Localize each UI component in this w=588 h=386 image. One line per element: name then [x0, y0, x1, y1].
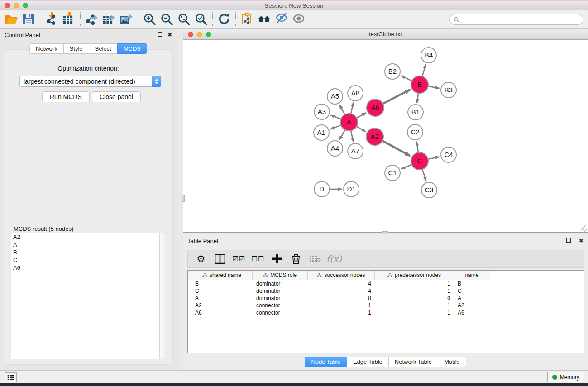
show-details-button[interactable] — [290, 11, 307, 27]
cell-successor-nodes[interactable]: 4 — [308, 288, 375, 294]
memory-button[interactable]: Memory — [547, 372, 584, 382]
network-window-titlebar[interactable]: testGlobe.txt — [183, 29, 588, 40]
function-builder-button[interactable]: f(x) — [326, 252, 342, 266]
graph-node-D1[interactable]: D1 — [344, 181, 359, 197]
tab-edge-table[interactable]: Edge Table — [347, 357, 389, 367]
graph-edge-A-A7[interactable] — [351, 131, 353, 142]
delete-column-button[interactable] — [288, 252, 304, 266]
graph-node-B2[interactable]: B2 — [385, 64, 400, 79]
table-row-A2[interactable]: A2connector11A2 — [188, 302, 584, 309]
unchecked-boxes-button[interactable]: ☐☐ — [250, 252, 266, 266]
graph-edge-B-B3[interactable] — [429, 86, 440, 88]
cell-MCDS-role[interactable]: dominator — [253, 288, 308, 294]
graph-node-D[interactable]: D — [314, 181, 330, 197]
cell-predecessor-nodes[interactable]: 1 — [375, 288, 454, 294]
graph-edge-B-B2[interactable] — [401, 76, 411, 81]
graph-node-A1[interactable]: A1 — [314, 125, 329, 140]
app-titlebar[interactable]: Session: New Session — [0, 1, 588, 10]
close-panel-button[interactable]: Close panel — [92, 91, 141, 102]
cell-name[interactable]: C — [454, 288, 490, 294]
graph-node-A5[interactable]: A5 — [327, 89, 343, 104]
cell-MCDS-role[interactable]: dominator — [253, 281, 308, 287]
close-panel-icon[interactable]: ✖ — [167, 32, 172, 38]
tab-motifs[interactable]: Motifs — [438, 357, 466, 367]
cell-shared-name[interactable]: A6 — [191, 310, 253, 316]
graph-edge-A2-C[interactable] — [383, 141, 410, 156]
import-table-button[interactable] — [60, 11, 77, 27]
cell-name[interactable]: A6 — [454, 310, 490, 316]
graph-edge-C-C2[interactable] — [416, 142, 418, 152]
cell-name[interactable]: A2 — [454, 302, 490, 309]
save-session-button[interactable] — [20, 11, 37, 27]
table-row-B[interactable]: Bdominator41B — [188, 280, 584, 287]
graph-edge-B-B4[interactable] — [422, 64, 426, 76]
column-header-MCDS-role[interactable]: MCDS role — [253, 271, 308, 280]
tab-network-table[interactable]: Network Table — [388, 357, 438, 367]
result-item-A2[interactable]: A2 — [11, 233, 166, 241]
float-panel-icon[interactable] — [158, 32, 162, 38]
graph-edge-A-A6[interactable] — [357, 113, 366, 118]
column-header-predecessor-nodes[interactable]: predecessor nodes — [375, 271, 454, 280]
graph-edge-A6-B[interactable] — [383, 90, 410, 104]
column-header-successor-nodes[interactable]: successor nodes — [308, 271, 375, 280]
result-list-scrollbar[interactable] — [159, 233, 166, 359]
first-neighbors-button[interactable] — [256, 11, 273, 27]
graph-node-C3[interactable]: C3 — [421, 182, 437, 198]
table-row-C[interactable]: Cdominator41C — [188, 287, 584, 295]
graph-node-A8[interactable]: A8 — [348, 86, 363, 101]
cell-MCDS-role[interactable]: connector — [253, 302, 308, 309]
tab-style[interactable]: Style — [63, 43, 89, 54]
tab-mcds[interactable]: MCDS — [117, 43, 147, 54]
graph-edge-A-A5[interactable] — [339, 105, 344, 114]
horizontal-splitter-handle[interactable] — [382, 231, 388, 234]
open-file-button[interactable] — [3, 11, 20, 27]
cell-successor-nodes[interactable]: 8 — [308, 295, 375, 301]
zoom-in-button[interactable] — [141, 11, 158, 27]
tab-select[interactable]: Select — [89, 43, 118, 54]
gear-button[interactable]: ⚙ — [193, 252, 209, 266]
result-item-C[interactable]: C — [11, 256, 166, 264]
cell-shared-name[interactable]: B — [191, 281, 253, 287]
left-splitter-handle[interactable] — [182, 195, 185, 202]
search-input[interactable] — [462, 16, 579, 23]
cell-shared-name[interactable]: A2 — [191, 302, 253, 309]
graph-node-B4[interactable]: B4 — [421, 48, 436, 63]
graph-edge-A-A1[interactable] — [330, 125, 341, 129]
hide-details-button[interactable] — [273, 11, 290, 27]
criterion-dropdown[interactable]: largest connected component (directed) — [19, 76, 161, 87]
graph-node-C2[interactable]: C2 — [407, 124, 423, 140]
cell-successor-nodes[interactable]: 1 — [308, 310, 375, 316]
graph-node-B[interactable]: B — [411, 76, 428, 93]
tab-node-table[interactable]: Node Table — [305, 357, 347, 367]
graph-edge-B-B1[interactable] — [417, 94, 418, 103]
graph-edge-C-C3[interactable] — [422, 170, 426, 181]
network-canvas[interactable]: B4 B2 B B3 A8 A5 A6 A3 B1 A A1 C2 A2 A4 — [184, 40, 587, 231]
table-row-A[interactable]: Adominator80A — [188, 295, 584, 302]
cell-name[interactable]: A — [454, 295, 490, 301]
graph-node-C[interactable]: C — [411, 152, 428, 170]
table-float-panel-icon[interactable] — [566, 238, 571, 243]
graph-node-B3[interactable]: B3 — [441, 82, 456, 98]
mcds-result-list[interactable]: A2ABCA6 — [11, 233, 166, 359]
resize-grip-icon[interactable] — [581, 225, 587, 232]
cell-MCDS-role[interactable]: dominator — [253, 295, 308, 301]
column-header-name[interactable]: name — [454, 271, 490, 280]
cell-successor-nodes[interactable]: 1 — [308, 302, 375, 309]
result-item-B[interactable]: B — [11, 248, 166, 256]
task-history-button[interactable] — [5, 372, 17, 382]
table-row-A6[interactable]: A6connector11A6 — [188, 309, 584, 316]
column-header-shared-name[interactable]: shared name — [191, 271, 253, 280]
delete-table-button[interactable] — [307, 252, 323, 266]
graph-node-A6[interactable]: A6 — [367, 99, 384, 116]
cell-predecessor-nodes[interactable]: 1 — [375, 281, 454, 287]
result-item-A[interactable]: A — [11, 241, 166, 248]
run-mcds-button[interactable]: Run MCDS — [42, 91, 90, 102]
graph-edge-C-C1[interactable] — [401, 165, 411, 169]
export-network-button[interactable] — [83, 11, 100, 27]
checked-boxes-button[interactable]: ☑☑ — [231, 252, 247, 266]
graph-node-A4[interactable]: A4 — [327, 141, 343, 156]
split-view-button[interactable] — [212, 252, 228, 266]
cell-shared-name[interactable]: C — [191, 288, 253, 294]
cell-predecessor-nodes[interactable]: 1 — [375, 310, 454, 316]
graph-node-A2[interactable]: A2 — [366, 128, 383, 145]
